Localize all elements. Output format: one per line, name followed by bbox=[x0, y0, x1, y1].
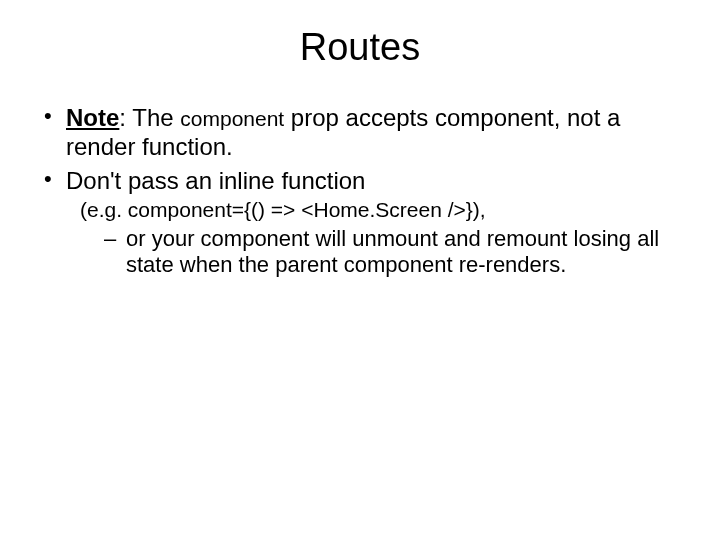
bullet-note: Note: The component prop accepts compone… bbox=[40, 103, 680, 162]
inline-fn-example: (e.g. component={() => <Home.Screen />})… bbox=[66, 197, 680, 224]
sub-bullet-list: or your component will unmount and remou… bbox=[66, 226, 680, 280]
bullet-inline-fn: Don't pass an inline function (e.g. comp… bbox=[40, 166, 680, 280]
example-suffix: ), bbox=[473, 198, 486, 221]
slide-title: Routes bbox=[40, 26, 680, 69]
note-text-1: : The bbox=[119, 104, 180, 131]
example-code: component={() => <Home.Screen />} bbox=[128, 198, 473, 221]
sub-bullet-text: or your component will unmount and remou… bbox=[126, 226, 659, 278]
bullet-list: Note: The component prop accepts compone… bbox=[40, 103, 680, 279]
note-label: Note bbox=[66, 104, 119, 131]
component-word: component bbox=[180, 107, 284, 130]
sub-bullet-unmount: or your component will unmount and remou… bbox=[104, 226, 680, 280]
example-prefix: (e.g. bbox=[80, 198, 128, 221]
inline-fn-main: Don't pass an inline function bbox=[66, 167, 365, 194]
